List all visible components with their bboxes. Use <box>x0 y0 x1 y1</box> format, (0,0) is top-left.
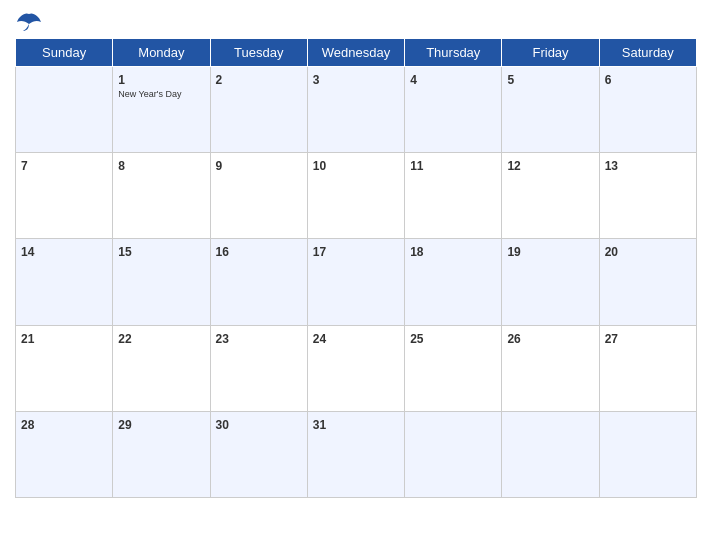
day-number: 13 <box>605 159 618 173</box>
calendar-cell: 3 <box>307 67 404 153</box>
weekday-wednesday: Wednesday <box>307 39 404 67</box>
weekday-sunday: Sunday <box>16 39 113 67</box>
calendar-cell <box>405 411 502 497</box>
day-number: 15 <box>118 245 131 259</box>
day-number: 17 <box>313 245 326 259</box>
day-number: 6 <box>605 73 612 87</box>
calendar-cell: 8 <box>113 153 210 239</box>
calendar-cell: 13 <box>599 153 696 239</box>
weekday-thursday: Thursday <box>405 39 502 67</box>
week-row-5: 28293031 <box>16 411 697 497</box>
calendar-cell: 11 <box>405 153 502 239</box>
day-number: 24 <box>313 332 326 346</box>
calendar-cell: 6 <box>599 67 696 153</box>
day-number: 4 <box>410 73 417 87</box>
calendar-cell: 1New Year's Day <box>113 67 210 153</box>
day-number: 20 <box>605 245 618 259</box>
calendar-cell: 21 <box>16 325 113 411</box>
week-row-1: 1New Year's Day23456 <box>16 67 697 153</box>
calendar-cell: 26 <box>502 325 599 411</box>
day-number: 2 <box>216 73 223 87</box>
logo-icon <box>15 10 43 32</box>
day-number: 5 <box>507 73 514 87</box>
weekday-friday: Friday <box>502 39 599 67</box>
day-number: 27 <box>605 332 618 346</box>
day-number: 1 <box>118 73 125 87</box>
calendar-table: SundayMondayTuesdayWednesdayThursdayFrid… <box>15 38 697 498</box>
day-number: 14 <box>21 245 34 259</box>
calendar-cell: 25 <box>405 325 502 411</box>
calendar-cell: 22 <box>113 325 210 411</box>
calendar-cell: 9 <box>210 153 307 239</box>
calendar-cell: 2 <box>210 67 307 153</box>
calendar-cell <box>502 411 599 497</box>
calendar-cell: 16 <box>210 239 307 325</box>
calendar-cell: 31 <box>307 411 404 497</box>
calendar-cell: 27 <box>599 325 696 411</box>
calendar-cell: 23 <box>210 325 307 411</box>
day-number: 7 <box>21 159 28 173</box>
calendar-page: SundayMondayTuesdayWednesdayThursdayFrid… <box>0 0 712 550</box>
day-number: 10 <box>313 159 326 173</box>
day-number: 9 <box>216 159 223 173</box>
day-number: 23 <box>216 332 229 346</box>
calendar-cell <box>16 67 113 153</box>
calendar-cell: 20 <box>599 239 696 325</box>
day-number: 25 <box>410 332 423 346</box>
weekday-tuesday: Tuesday <box>210 39 307 67</box>
day-number: 29 <box>118 418 131 432</box>
calendar-cell: 7 <box>16 153 113 239</box>
calendar-cell: 24 <box>307 325 404 411</box>
calendar-cell: 15 <box>113 239 210 325</box>
day-number: 28 <box>21 418 34 432</box>
calendar-cell <box>599 411 696 497</box>
day-number: 8 <box>118 159 125 173</box>
weekday-header-row: SundayMondayTuesdayWednesdayThursdayFrid… <box>16 39 697 67</box>
holiday-label: New Year's Day <box>118 89 204 100</box>
calendar-cell: 28 <box>16 411 113 497</box>
day-number: 12 <box>507 159 520 173</box>
day-number: 18 <box>410 245 423 259</box>
day-number: 11 <box>410 159 423 173</box>
calendar-cell: 14 <box>16 239 113 325</box>
week-row-4: 21222324252627 <box>16 325 697 411</box>
day-number: 22 <box>118 332 131 346</box>
logo <box>15 10 47 32</box>
week-row-2: 78910111213 <box>16 153 697 239</box>
day-number: 3 <box>313 73 320 87</box>
day-number: 30 <box>216 418 229 432</box>
weekday-monday: Monday <box>113 39 210 67</box>
week-row-3: 14151617181920 <box>16 239 697 325</box>
day-number: 19 <box>507 245 520 259</box>
calendar-cell: 12 <box>502 153 599 239</box>
day-number: 26 <box>507 332 520 346</box>
calendar-cell: 4 <box>405 67 502 153</box>
calendar-header <box>15 10 697 32</box>
calendar-cell: 30 <box>210 411 307 497</box>
calendar-cell: 18 <box>405 239 502 325</box>
calendar-cell: 29 <box>113 411 210 497</box>
day-number: 31 <box>313 418 326 432</box>
calendar-cell: 17 <box>307 239 404 325</box>
day-number: 16 <box>216 245 229 259</box>
calendar-cell: 19 <box>502 239 599 325</box>
weekday-saturday: Saturday <box>599 39 696 67</box>
day-number: 21 <box>21 332 34 346</box>
calendar-cell: 10 <box>307 153 404 239</box>
calendar-cell: 5 <box>502 67 599 153</box>
